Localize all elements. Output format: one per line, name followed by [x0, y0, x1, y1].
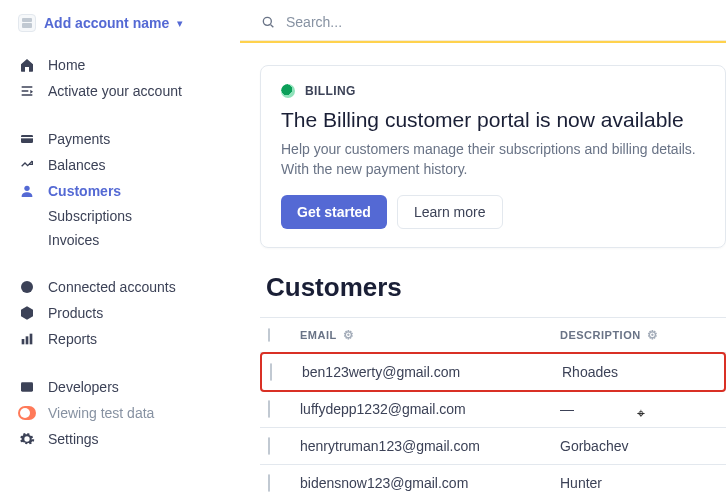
developers-icon — [18, 379, 36, 395]
nav-label: Payments — [48, 131, 110, 147]
customers-table: EMAIL ⚙ DESCRIPTION ⚙ ben123werty@gmail.… — [260, 317, 726, 500]
content: BILLING The Billing customer portal is n… — [240, 43, 726, 500]
nav-balances[interactable]: Balances — [0, 152, 239, 178]
balances-icon — [18, 157, 36, 173]
nav-label: Subscriptions — [48, 208, 132, 224]
nav-label: Activate your account — [48, 83, 182, 99]
search-input[interactable] — [286, 14, 706, 30]
payments-icon — [18, 131, 36, 147]
svg-rect-5 — [26, 336, 29, 344]
search-icon — [260, 14, 276, 30]
table-row[interactable]: henrytruman123@gmail.comGorbachev — [260, 428, 726, 465]
gear-icon[interactable]: ⚙ — [343, 328, 355, 342]
row-checkbox[interactable] — [268, 437, 270, 455]
table-body: ben123werty@gmail.comRhoadesluffydepp123… — [260, 352, 726, 500]
nav-label: Invoices — [48, 232, 99, 248]
toggle-on-icon[interactable] — [18, 406, 36, 420]
nav-developers[interactable]: Developers — [0, 374, 239, 400]
nav-subscriptions[interactable]: Subscriptions — [0, 204, 239, 228]
nav-label: Developers — [48, 379, 119, 395]
table-row[interactable]: luffydepp1232@gmail.com— — [260, 391, 726, 428]
nav-activate[interactable]: Activate your account — [0, 78, 239, 104]
account-logo-icon — [18, 14, 36, 32]
banner-kicker-text: BILLING — [305, 84, 356, 98]
nav-label: Products — [48, 305, 103, 321]
svg-point-8 — [263, 17, 271, 25]
svg-rect-6 — [30, 334, 33, 345]
learn-more-button[interactable]: Learn more — [397, 195, 503, 229]
cell-description: Hunter — [560, 475, 718, 491]
column-email[interactable]: EMAIL ⚙ — [300, 328, 560, 342]
nav-label: Customers — [48, 183, 121, 199]
table-row[interactable]: bidensnow123@gmail.comHunter — [260, 465, 726, 500]
gear-icon — [18, 431, 36, 447]
gear-icon[interactable]: ⚙ — [647, 328, 659, 342]
nav-label: Viewing test data — [48, 405, 154, 421]
nav-label: Reports — [48, 331, 97, 347]
svg-rect-7 — [21, 382, 33, 391]
search-bar — [240, 0, 726, 41]
svg-point-3 — [21, 281, 33, 293]
nav-label: Balances — [48, 157, 106, 173]
cell-description: — — [560, 401, 718, 417]
banner-kicker: BILLING — [281, 84, 705, 98]
cell-email: luffydepp1232@gmail.com — [300, 401, 560, 417]
svg-point-2 — [24, 186, 29, 191]
row-checkbox[interactable] — [268, 400, 270, 418]
nav-label: Home — [48, 57, 85, 73]
nav-customers[interactable]: Customers — [0, 178, 239, 204]
nav-settings[interactable]: Settings — [0, 426, 239, 452]
nav-products[interactable]: Products — [0, 300, 239, 326]
svg-rect-1 — [21, 137, 33, 138]
home-icon — [18, 57, 36, 73]
cell-email: henrytruman123@gmail.com — [300, 438, 560, 454]
svg-rect-4 — [22, 339, 25, 344]
billing-banner: BILLING The Billing customer portal is n… — [260, 65, 726, 248]
main: BILLING The Billing customer portal is n… — [240, 0, 726, 500]
nav-reports[interactable]: Reports — [0, 326, 239, 352]
banner-body: Help your customers manage their subscri… — [281, 140, 705, 179]
column-description[interactable]: DESCRIPTION ⚙ — [560, 328, 718, 342]
customers-icon — [18, 183, 36, 199]
reports-icon — [18, 331, 36, 347]
row-checkbox[interactable] — [270, 363, 272, 381]
nav-viewing-test[interactable]: Viewing test data — [0, 400, 239, 426]
select-all-checkbox[interactable] — [268, 328, 270, 342]
chevron-down-icon: ▾ — [177, 17, 183, 30]
svg-rect-0 — [21, 135, 33, 143]
account-switcher[interactable]: Add account name ▾ — [0, 14, 239, 46]
products-icon — [18, 305, 36, 321]
nav-label: Settings — [48, 431, 99, 447]
nav-payments[interactable]: Payments — [0, 126, 239, 152]
cell-email: ben123werty@gmail.com — [302, 364, 562, 380]
cell-email: bidensnow123@gmail.com — [300, 475, 560, 491]
table-header: EMAIL ⚙ DESCRIPTION ⚙ — [260, 318, 726, 353]
account-name: Add account name — [44, 15, 169, 31]
page-title: Customers — [266, 272, 726, 303]
cell-description: Rhoades — [562, 364, 716, 380]
table-row[interactable]: ben123werty@gmail.comRhoades — [260, 352, 726, 392]
nav-invoices[interactable]: Invoices — [0, 228, 239, 252]
nav-home[interactable]: Home — [0, 52, 239, 78]
nav-label: Connected accounts — [48, 279, 176, 295]
nav-connected[interactable]: Connected accounts — [0, 274, 239, 300]
column-label: DESCRIPTION — [560, 329, 641, 341]
billing-dot-icon — [281, 84, 295, 98]
connected-icon — [18, 279, 36, 295]
column-label: EMAIL — [300, 329, 337, 341]
get-started-button[interactable]: Get started — [281, 195, 387, 229]
banner-title: The Billing customer portal is now avail… — [281, 108, 705, 132]
row-checkbox[interactable] — [268, 474, 270, 492]
cell-description: Gorbachev — [560, 438, 718, 454]
activate-icon — [18, 83, 36, 99]
sidebar: Add account name ▾ Home Activate your ac… — [0, 0, 240, 500]
